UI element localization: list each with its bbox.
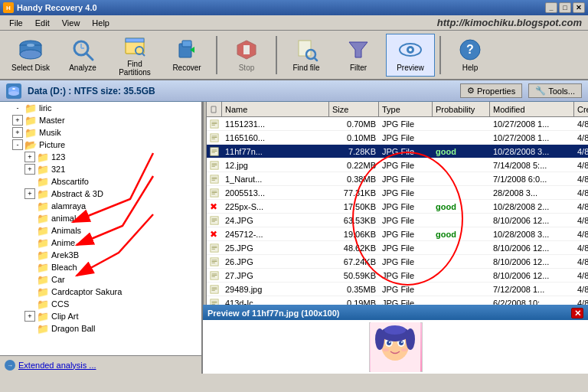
tree-item-liric[interactable]: - 📁 liric	[0, 102, 201, 114]
menu-edit[interactable]: Edit	[29, 17, 56, 29]
col-header-modified[interactable]: Modified	[490, 102, 574, 116]
tree-expander-clipart[interactable]: +	[24, 311, 35, 322]
table-row[interactable]: 11hf77n...7.28KBJPG Filegood10/28/2008 3…	[207, 145, 588, 158]
tree-label-123: 123	[51, 152, 65, 162]
table-row[interactable]: 1_Narut...0.38MBJPG File7/1/2008 6:0...4…	[207, 172, 588, 186]
properties-label: Properties	[477, 87, 515, 96]
file-row-size: 17.50KB	[329, 202, 379, 211]
col-header-probability[interactable]: Probability	[433, 102, 490, 116]
col-header-name[interactable]: Name	[222, 102, 329, 116]
tree-expander-master[interactable]: +	[12, 115, 23, 126]
col-header-created[interactable]: Created	[574, 102, 588, 116]
svg-point-92	[406, 328, 415, 350]
folder-icon-123: 📁	[37, 152, 49, 162]
svg-point-88	[383, 348, 389, 351]
tree-item-anime[interactable]: 📁 Anime	[0, 237, 201, 249]
tree-expander-picture[interactable]: -	[12, 139, 23, 150]
preview-button[interactable]: Preview	[386, 34, 435, 77]
extended-analysis-bar: → Extended analysis ...	[0, 355, 201, 374]
tree-item-abstract[interactable]: + 📁 Abstract & 3D	[0, 188, 201, 200]
tree-item-master[interactable]: + 📁 Master	[0, 114, 201, 126]
table-row[interactable]: 12.jpg0.22MBJPG File7/14/2008 5:...4/8/2…	[207, 158, 588, 172]
maximize-button[interactable]: □	[559, 2, 571, 13]
help-button[interactable]: ? Help	[446, 34, 495, 77]
tree-item-123[interactable]: + 📁 123	[0, 151, 201, 163]
svg-rect-69	[212, 273, 217, 274]
tree-expander-musik[interactable]: +	[12, 127, 23, 138]
preview-image	[369, 322, 423, 372]
file-row-icon	[207, 132, 222, 143]
tree-item-abscartifo[interactable]: 📁 Abscartifo	[0, 175, 201, 188]
tree-item-alamraya[interactable]: 📁 alamraya	[0, 200, 201, 212]
col-header-icon[interactable]	[207, 102, 222, 116]
menu-help[interactable]: Help	[86, 17, 116, 29]
select-disk-button[interactable]: Select Disk	[6, 34, 55, 77]
url-text: http://kimochiku.blogspot.com	[437, 17, 582, 28]
file-row-size: 0.38MB	[329, 175, 379, 184]
table-row[interactable]: 24.JPG63.53KBJPG File8/10/2006 12...4/8/…	[207, 214, 588, 227]
tools-button[interactable]: 🔧 Tools...	[528, 83, 582, 98]
file-row-icon	[207, 270, 222, 281]
svg-rect-43	[212, 152, 215, 152]
table-row[interactable]: 26.JPG67.24KBJPG File8/10/2006 12...4/8/…	[207, 255, 588, 269]
tree-item-animal[interactable]: 📁 animal	[0, 212, 201, 224]
table-row[interactable]: ✖245712-...19.06KBJPG Filegood10/28/2008…	[207, 227, 588, 241]
tree-item-musik[interactable]: + 📁 Musik	[0, 126, 201, 139]
svg-rect-34	[212, 123, 217, 124]
extended-analysis-link[interactable]: → Extended analysis ...	[5, 360, 96, 371]
svg-point-84	[387, 341, 391, 345]
file-row-icon	[207, 119, 222, 129]
tree-item-bleach[interactable]: 📁 Bleach	[0, 261, 201, 273]
tree-item-ccs[interactable]: 📁 CCS	[0, 298, 201, 310]
tree-item-car[interactable]: 📁 Car	[0, 273, 201, 286]
tree-expander-abstract[interactable]: +	[24, 188, 35, 199]
table-row[interactable]: 1165160...0.10MBJPG File10/27/2008 1...4…	[207, 131, 588, 145]
menu-file[interactable]: File	[3, 17, 29, 29]
tree-item-cardcaptor[interactable]: 📁 Cardcaptor Sakura	[0, 286, 201, 298]
close-button[interactable]: ✕	[573, 2, 585, 13]
preview-close-button[interactable]: ✕	[571, 308, 583, 318]
stop-button[interactable]: Stop	[222, 34, 271, 77]
file-row-name: 1_Narut...	[222, 175, 329, 184]
disk-icon	[6, 83, 21, 99]
table-row[interactable]: 25.JPG48.62KBJPG File8/10/2006 12...4/8/…	[207, 241, 588, 255]
filter-button[interactable]: Filter	[334, 34, 383, 77]
tree-expander-123[interactable]: +	[24, 152, 35, 162]
tree-expander-abscartifo	[24, 176, 35, 187]
file-row-icon	[207, 243, 222, 253]
tree-expander-liric[interactable]: -	[12, 103, 23, 113]
table-row[interactable]: 29489.jpg0.35MBJPG File7/12/2008 1...4/8…	[207, 283, 588, 296]
find-file-button[interactable]: Find file	[282, 34, 331, 77]
tree-label-bleach: Bleach	[51, 263, 77, 272]
tree-item-dragonball[interactable]: 📁 Dragon Ball	[0, 322, 201, 335]
folder-icon-abscartifo: 📁	[37, 176, 49, 187]
recover-button[interactable]: Recover	[162, 34, 211, 77]
find-partitions-button[interactable]: Find Partitions	[110, 34, 159, 77]
analyze-button[interactable]: Analyze	[58, 34, 107, 77]
tree-expander-321[interactable]: +	[24, 164, 35, 175]
tree-item-clipart[interactable]: + 📁 Clip Art	[0, 310, 201, 322]
col-header-type[interactable]: Type	[379, 102, 433, 116]
col-header-size[interactable]: Size	[329, 102, 379, 116]
tree-label-musik: Musik	[39, 128, 61, 137]
svg-rect-41	[212, 149, 217, 150]
file-row-modified: 7/12/2008 1...	[490, 285, 574, 294]
svg-rect-73	[212, 287, 217, 288]
tree-label-321: 321	[51, 165, 65, 174]
tree-item-animals[interactable]: 📁 Animals	[0, 224, 201, 237]
minimize-button[interactable]: _	[545, 2, 557, 13]
file-row-size: 0.22MB	[329, 161, 379, 170]
menu-view[interactable]: View	[56, 17, 87, 29]
folder-icon-animal: 📁	[37, 213, 49, 224]
tree-label-animal: animal	[51, 214, 76, 223]
preview-header: Preview of 11hf77n.jpg (100x100) ✕	[203, 306, 588, 320]
tree-item-321[interactable]: + 📁 321	[0, 163, 201, 175]
properties-button[interactable]: ⚙ Properties	[460, 83, 522, 98]
tree-item-arek3b[interactable]: 📁 Arek3B	[0, 249, 201, 261]
table-row[interactable]: ✖225px-S...17.50KBJPG Filegood10/28/2008…	[207, 200, 588, 214]
table-row[interactable]: 2005513...77.31KBJPG File28/2008 3...4/8…	[207, 186, 588, 200]
tree-item-picture[interactable]: - 📂 Picture	[0, 139, 201, 151]
folder-icon-clipart: 📁	[37, 311, 49, 322]
table-row[interactable]: 27.JPG50.59KBJPG File8/10/2006 12...4/8/…	[207, 269, 588, 283]
table-row[interactable]: 1151231...0.70MBJPG File10/27/2008 1...4…	[207, 117, 588, 131]
